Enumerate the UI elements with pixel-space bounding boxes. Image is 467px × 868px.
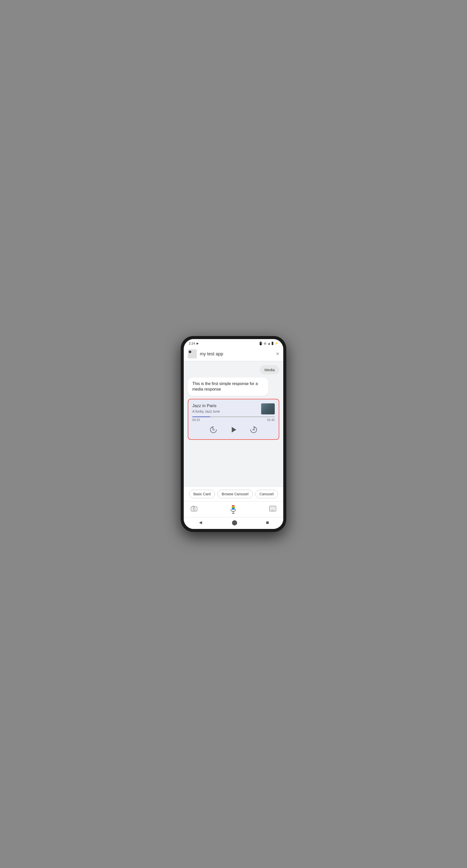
dnd-icon: ⊖ — [264, 342, 266, 345]
nav-bar: ◄ ⬤ ■ — [184, 517, 283, 529]
svg-rect-10 — [232, 508, 234, 510]
play-button[interactable] — [228, 424, 239, 435]
total-time: 01:42 — [267, 418, 275, 422]
media-controls: 10 30 — [192, 424, 275, 435]
svg-rect-9 — [232, 507, 234, 508]
time-row: 00:23 01:42 — [192, 418, 275, 422]
bot-message: This is the first simple response for a … — [188, 377, 268, 396]
media-title: Jazz in Paris — [192, 403, 261, 408]
progress-track — [192, 416, 275, 417]
wifi-icon: ▲ — [267, 342, 271, 345]
mic-button[interactable] — [228, 504, 238, 515]
vibrate-icon: 📳 — [259, 342, 263, 345]
chip-basic-card[interactable]: Basic Card — [189, 490, 215, 498]
media-info: Jazz in Paris A funky Jazz tune — [192, 403, 261, 413]
keyboard-button[interactable] — [269, 506, 276, 513]
app-header: my test app × — [184, 347, 283, 361]
app-title: my test app — [200, 351, 273, 356]
bot-bubble: This is the first simple response for a … — [188, 377, 268, 396]
svg-marker-1 — [232, 427, 236, 433]
media-thumbnail — [261, 403, 275, 414]
forward-30-button[interactable]: 30 — [248, 424, 259, 435]
status-right: 📳 ⊖ ▲ ▊ ⚡ — [259, 342, 278, 345]
phone-frame: 2:24 ▶ 📳 ⊖ ▲ ▊ ⚡ my test app × Media — [181, 336, 286, 532]
chip-browse-carousel[interactable]: Browse Carousel — [217, 490, 253, 498]
bottom-bar — [184, 501, 283, 517]
camera-button[interactable] — [191, 506, 197, 513]
home-button[interactable]: ⬤ — [232, 519, 237, 525]
current-time: 00:23 — [192, 418, 200, 422]
user-bubble: Media — [260, 365, 279, 374]
back-button[interactable]: ◄ — [198, 520, 203, 525]
progress-fill — [192, 416, 210, 417]
svg-rect-7 — [232, 505, 234, 506]
media-top: Jazz in Paris A funky Jazz tune — [192, 403, 275, 414]
svg-rect-3 — [191, 507, 197, 511]
recent-button[interactable]: ■ — [266, 520, 269, 525]
play-icon: ▶ — [197, 342, 199, 345]
svg-text:30: 30 — [252, 429, 255, 431]
phone-screen: 2:24 ▶ 📳 ⊖ ▲ ▊ ⚡ my test app × Media — [184, 339, 283, 529]
progress-container[interactable]: 00:23 01:42 — [192, 416, 275, 422]
svg-rect-5 — [193, 506, 194, 507]
media-subtitle: A funky Jazz tune — [192, 409, 261, 413]
camera-dot — [189, 351, 191, 353]
media-thumb-image — [261, 403, 275, 414]
chat-area: Media This is the first simple response … — [184, 361, 283, 487]
user-message: Media — [260, 365, 279, 374]
status-bar: 2:24 ▶ 📳 ⊖ ▲ ▊ ⚡ — [184, 339, 283, 347]
chip-carousel[interactable]: Carousel — [255, 490, 278, 498]
svg-rect-13 — [269, 506, 276, 511]
battery-icon: ⚡ — [275, 342, 278, 345]
media-card[interactable]: Jazz in Paris A funky Jazz tune 00:23 01… — [188, 399, 279, 440]
svg-point-4 — [193, 508, 195, 510]
status-left: 2:24 ▶ — [189, 342, 199, 345]
time-display: 2:24 — [189, 342, 195, 345]
close-button[interactable]: × — [276, 351, 279, 356]
svg-text:10: 10 — [212, 429, 215, 431]
chips-row: Basic Card Browse Carousel Carousel — [184, 487, 283, 501]
signal-icon: ▊ — [272, 342, 274, 345]
svg-rect-8 — [232, 506, 234, 507]
replay-10-button[interactable]: 10 — [208, 424, 219, 435]
